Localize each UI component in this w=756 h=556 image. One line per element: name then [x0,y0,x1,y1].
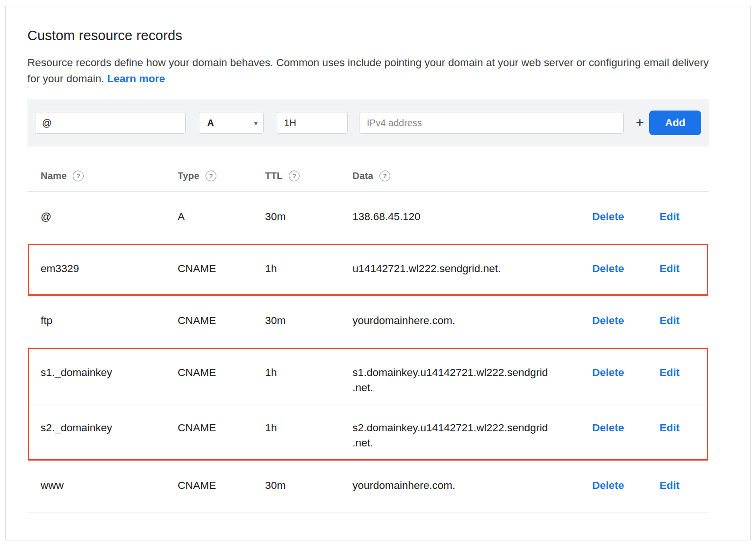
table-row: s2._domainkey CNAME 1h s2.domainkey.u141… [29,404,707,459]
record-type-select[interactable]: A ▾ [199,112,264,134]
record-name: @ [41,209,178,224]
record-ttl: 30m [265,478,352,493]
record-ttl: 1h [265,261,352,276]
delete-link[interactable]: Delete [573,261,644,276]
record-name: em3329 [41,261,178,276]
header-type-label: Type [178,171,199,181]
help-icon[interactable]: ? [73,171,84,181]
highlight-box-domainkeys: s1._domainkey CNAME 1h s1.domainkey.u141… [28,348,708,461]
add-button[interactable]: Add [649,111,701,135]
delete-link[interactable]: Delete [573,313,644,328]
header-data-label: Data [352,171,373,181]
table-header-row: Name ? Type ? TTL ? Data ? [27,161,709,192]
record-name-input[interactable] [35,112,186,134]
record-type: CNAME [178,365,265,380]
record-ttl: 30m [265,209,352,224]
record-ttl-input[interactable] [277,112,348,134]
delete-link[interactable]: Delete [573,365,644,380]
record-data: yourdomainhere.com. [352,478,573,493]
record-data: u14142721.wl222.sendgrid.net. [352,261,573,276]
table-row: em3329 CNAME 1h u14142721.wl222.sendgrid… [29,245,707,294]
chevron-down-icon: ▾ [254,120,258,127]
record-type: CNAME [178,313,265,328]
highlight-box-em3329: em3329 CNAME 1h u14142721.wl222.sendgrid… [28,244,708,296]
header-type: Type ? [178,171,265,181]
help-icon[interactable]: ? [379,171,390,181]
table-row: ftp CNAME 30m yourdomainhere.com. Delete… [27,296,709,348]
record-type: A [178,209,265,224]
record-name: s2._domainkey [41,420,178,436]
record-name: ftp [41,313,178,328]
record-type: CNAME [178,420,265,436]
header-name: Name ? [41,171,178,181]
table-row: @ A 30m 138.68.45.120 Delete Edit [27,192,709,244]
record-ttl: 1h [265,420,352,436]
page-description: Resource records define how your domain … [27,55,709,87]
page-title: Custom resource records [27,6,709,43]
header-ttl-label: TTL [265,171,283,181]
edit-link[interactable]: Edit [644,209,696,224]
plus-icon[interactable]: + [630,112,649,134]
header-name-label: Name [41,171,67,181]
edit-link[interactable]: Edit [644,478,696,493]
edit-link[interactable]: Edit [644,313,696,328]
header-data: Data ? [352,171,696,181]
record-data-input[interactable] [360,112,624,134]
custom-resource-records-card: Custom resource records Resource records… [5,6,751,540]
record-data: 138.68.45.120 [352,209,573,224]
record-name: s1._domainkey [41,365,178,380]
learn-more-link[interactable]: Learn more [107,73,165,85]
delete-link[interactable]: Delete [573,420,644,436]
record-type-value: A [207,118,214,128]
table-row: www CNAME 30m yourdomainhere.com. Delete… [27,461,709,513]
record-type: CNAME [178,261,265,276]
help-icon[interactable]: ? [289,171,300,181]
record-type: CNAME [178,478,265,493]
help-icon[interactable]: ? [206,171,216,181]
edit-link[interactable]: Edit [644,365,696,380]
record-name: www [41,478,178,493]
record-ttl: 30m [265,313,352,328]
delete-link[interactable]: Delete [573,209,644,224]
edit-link[interactable]: Edit [644,261,696,276]
records-table: Name ? Type ? TTL ? Data ? @ A 30m 138.6… [27,161,709,513]
add-record-form: A ▾ + Add [27,99,709,146]
delete-link[interactable]: Delete [573,478,644,493]
table-row: s1._domainkey CNAME 1h s1.domainkey.u141… [29,349,707,404]
record-data: s1.domainkey.u14142721.wl222.sendgrid .n… [352,365,573,395]
record-data: yourdomainhere.com. [352,313,573,328]
edit-link[interactable]: Edit [644,420,696,436]
record-data: s2.domainkey.u14142721.wl222.sendgrid .n… [352,420,573,451]
header-ttl: TTL ? [265,171,352,181]
record-ttl: 1h [265,365,352,380]
